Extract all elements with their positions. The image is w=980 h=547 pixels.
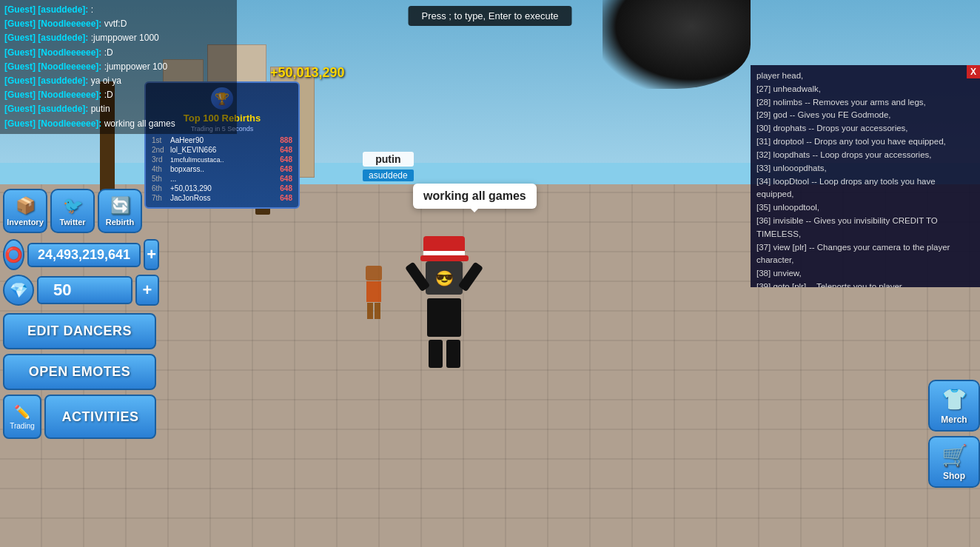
left-ui-panel: 📦 Inventory 🐦 Twitter 🔄 Rebirth ⭕ 24,493…: [0, 189, 159, 439]
lb-row-5: 5th ... 648: [150, 174, 294, 184]
player-character: 😎: [400, 236, 489, 399]
cmd-line-29: [29] god -- Gives you FE Godmode,: [756, 109, 974, 122]
lb-row-7: 7th JacJonRoss 648: [150, 193, 294, 203]
coin-plus-button[interactable]: +: [144, 239, 159, 270]
cmd-line-38: [38] unview,: [756, 267, 974, 281]
chat-line-2: [Guest] [Noodleeeeee]: vvtf:D: [4, 17, 232, 31]
char-torso: [427, 298, 461, 337]
gem-value: 50: [37, 276, 132, 304]
twitter-button[interactable]: 🐦 Twitter: [50, 189, 95, 233]
shop-button[interactable]: 🛒 Shop: [928, 436, 980, 488]
chat-panel: [Guest] [asuddede]: : [Guest] [Noodleeee…: [0, 0, 237, 134]
lb-score-4: 648: [280, 165, 292, 173]
cmd-line-35: [35] unloopdtool,: [756, 201, 974, 215]
chat-line-5: [Guest] [Noodleeeeee]: :jumppower 100: [4, 60, 232, 74]
cmd-line-30: [30] drophats -- Drops your accessories,: [756, 122, 974, 135]
cmd-line-31: [31] droptool -- Drops any tool you have…: [756, 135, 974, 149]
lb-row-4: 4th bopxarss.. 648: [150, 164, 294, 174]
coins-floating: +50,013,290: [270, 65, 345, 81]
trading-icon: ✏️: [14, 404, 30, 420]
coin-icon: ⭕: [3, 239, 24, 270]
cmd-line-27: [27] unheadwalk,: [756, 83, 974, 96]
player-name: putin: [363, 152, 414, 167]
player-tag: putin asuddede: [363, 152, 414, 181]
cmd-line-32: [32] loopdhats -- Loop drops your access…: [756, 149, 974, 162]
trading-label: Trading: [10, 422, 35, 430]
cmd-line-header: player head,: [756, 70, 974, 83]
shop-icon: 🛒: [942, 443, 967, 468]
speech-bubble: working all games: [413, 184, 537, 209]
char-head: 😎: [426, 261, 463, 295]
top-button-row: 📦 Inventory 🐦 Twitter 🔄 Rebirth: [0, 189, 159, 233]
rebirth-label: Rebirth: [106, 218, 135, 226]
lb-rank-1: 1st: [152, 136, 170, 144]
cmd-line-39: [39] goto [plr] -- Teleports you to play…: [756, 281, 974, 287]
chat-line-8: [Guest] [asuddede]: putin: [4, 102, 232, 116]
side-character: [355, 266, 392, 340]
open-emotes-button[interactable]: OPEN EMOTES: [3, 354, 156, 390]
cmd-line-34: [34] loopDtool -- Loop drops any tools y…: [756, 175, 974, 202]
lb-rank-2: 2nd: [152, 146, 170, 154]
cmd-line-33: [33] unlooopdhats,: [756, 162, 974, 175]
chat-line-3: [Guest] [asuddede]: :jumppower 1000: [4, 31, 232, 45]
lb-score-5: 648: [280, 175, 292, 183]
lb-score-6: 648: [280, 184, 292, 192]
side-char-legs: [355, 303, 392, 319]
lb-name-3: 1mcfulImcustaca..: [170, 156, 280, 164]
gem-plus-button[interactable]: +: [135, 275, 159, 306]
merch-label: Merch: [941, 415, 967, 425]
lb-row-1: 1st AaHeer90 888: [150, 135, 294, 145]
dark-monster: [603, 0, 751, 89]
right-shop-panel: 👕 Merch 🛒 Shop: [928, 380, 980, 488]
inventory-button[interactable]: 📦 Inventory: [3, 189, 47, 233]
twitter-icon: 🐦: [63, 196, 83, 215]
cmd-line-37: [37] view [plr] -- Changes your camera t…: [756, 241, 974, 268]
lb-name-5: ...: [170, 175, 280, 183]
activities-button[interactable]: ACTIVITIES: [44, 395, 156, 439]
side-char-head: [366, 266, 382, 281]
lb-score-3: 648: [280, 155, 292, 164]
coin-value: 24,493,219,641: [27, 243, 141, 267]
lb-rank-4: 4th: [152, 165, 170, 173]
char-leg-right: [446, 340, 460, 368]
execute-bar: Press ; to type, Enter to execute: [409, 6, 572, 26]
lb-row-6: 6th +50,013,290 648: [150, 184, 294, 193]
chat-line-6: [Guest] [asuddede]: ya oi ya: [4, 74, 232, 88]
cmd-line-36: [36] invisible -- Gives you invisibility…: [756, 215, 974, 241]
gem-icon: 💎: [3, 275, 34, 306]
char-leg-left: [429, 340, 443, 368]
trading-button[interactable]: ✏️ Trading: [3, 395, 41, 439]
inventory-label: Inventory: [7, 218, 44, 226]
merch-button[interactable]: 👕 Merch: [928, 380, 980, 432]
merch-icon: 👕: [942, 387, 967, 412]
lb-name-7: JacJonRoss: [170, 194, 280, 202]
activities-row: ✏️ Trading ACTIVITIES: [0, 395, 159, 439]
lb-score-7: 648: [280, 194, 292, 202]
lb-score-2: 648: [280, 146, 292, 154]
edit-dancers-button[interactable]: EDIT DANCERS: [3, 313, 156, 349]
lb-name-1: AaHeer90: [170, 136, 280, 144]
side-char-leg-r: [375, 303, 380, 319]
shop-label: Shop: [943, 471, 965, 481]
gem-counter: 💎 50 +: [0, 275, 159, 306]
cmd-line-28: [28] nolimbs -- Removes your arms and le…: [756, 96, 974, 110]
lb-score-1: 888: [280, 136, 292, 144]
char-hat-brim: [420, 255, 469, 261]
twitter-label: Twitter: [59, 218, 85, 226]
chat-line-9: [Guest] [Noodleeeeee]: working all games: [4, 117, 232, 131]
side-char-leg-l: [367, 303, 373, 319]
rebirth-icon: 🔄: [110, 196, 130, 215]
chat-line-4: [Guest] [Noodleeeeee]: :D: [4, 46, 232, 60]
chat-line-7: [Guest] [Noodleeeeee]: :D: [4, 88, 232, 102]
inventory-icon: 📦: [16, 196, 36, 215]
lb-row-3: 3rd 1mcfulImcustaca.. 648: [150, 155, 294, 164]
rebirth-button[interactable]: 🔄 Rebirth: [98, 189, 142, 233]
lb-row-2: 2nd lol_KEVIN666 648: [150, 145, 294, 155]
chat-line-1: [Guest] [asuddede]: :: [4, 3, 232, 17]
char-legs: [400, 340, 489, 368]
close-button[interactable]: X: [967, 65, 980, 78]
lb-rank-5: 5th: [152, 175, 170, 183]
lb-name-2: lol_KEVIN666: [170, 146, 280, 154]
lb-name-6: +50,013,290: [170, 184, 280, 192]
coin-counter: ⭕ 24,493,219,641 +: [0, 239, 159, 270]
